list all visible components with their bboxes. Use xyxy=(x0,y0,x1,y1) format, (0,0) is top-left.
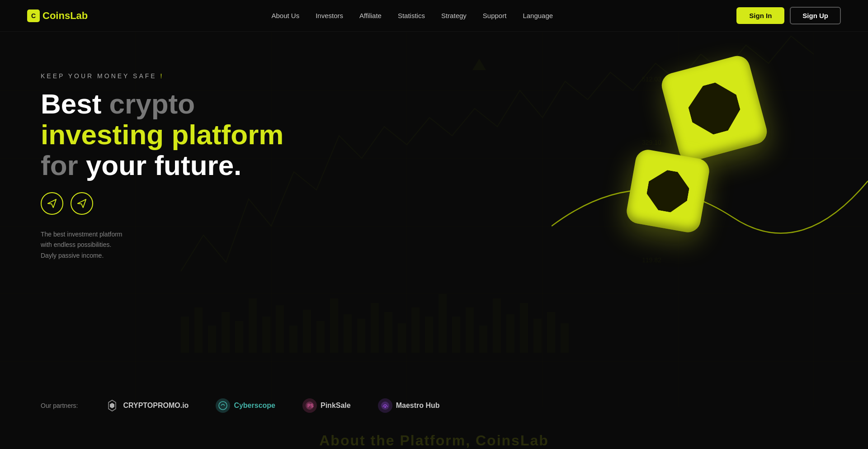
nav-strategy[interactable]: Strategy xyxy=(441,12,467,19)
svg-marker-46 xyxy=(110,403,114,408)
send-icon-primary[interactable] xyxy=(41,192,63,215)
svg-rect-12 xyxy=(194,307,203,353)
nav-statistics[interactable]: Statistics xyxy=(398,12,425,19)
title-your: your xyxy=(86,150,155,181)
hero-desc-line3: Dayly passive income. xyxy=(41,250,158,261)
svg-rect-31 xyxy=(452,317,460,353)
svg-rect-27 xyxy=(398,323,406,353)
title-best: Best xyxy=(41,88,109,119)
title-crypto: crypto xyxy=(109,88,195,119)
svg-rect-17 xyxy=(262,317,270,353)
pinksale-name: PinkSale xyxy=(321,402,351,410)
svg-rect-33 xyxy=(479,326,487,353)
telegram-send-icon xyxy=(47,199,57,208)
svg-text:119.82: 119.82 xyxy=(642,256,661,264)
hero-section: 512.03 329.10 225.74 119.82 KEEP YOUR MO… xyxy=(0,0,868,449)
svg-text:PS: PS xyxy=(307,403,314,408)
navbar: C CoinsLab About Us Investors Affiliate … xyxy=(0,0,868,32)
nav-buttons: Sign In Sign Up xyxy=(736,7,841,24)
partner-cryptopromo: CRYPTOPROMO.io xyxy=(105,398,189,413)
curve-line-decoration xyxy=(552,136,868,271)
hero-desc-line2: with endless possibilities. xyxy=(41,240,158,250)
svg-point-50 xyxy=(381,402,389,410)
logo-text: CoinsLab xyxy=(42,10,88,22)
svg-rect-32 xyxy=(466,307,474,353)
nav-affiliate[interactable]: Affiliate xyxy=(359,12,382,19)
cyberscope-icon xyxy=(216,398,230,413)
partner-maestro: Maestro Hub xyxy=(378,398,440,413)
maestro-icon xyxy=(378,398,392,413)
nav-links: About Us Investors Affiliate Statistics … xyxy=(271,12,553,20)
nav-investors[interactable]: Investors xyxy=(316,12,343,19)
svg-rect-39 xyxy=(561,323,569,353)
svg-rect-14 xyxy=(222,312,230,353)
svg-rect-22 xyxy=(330,298,338,353)
coins-visual xyxy=(570,54,787,289)
cryptopromo-icon xyxy=(105,398,119,413)
svg-rect-21 xyxy=(316,321,325,353)
svg-rect-25 xyxy=(371,303,379,353)
svg-rect-23 xyxy=(344,314,352,353)
cryptopromo-name: CRYPTOPROMO.io xyxy=(123,402,189,410)
pinksale-icon: PS xyxy=(302,398,317,413)
svg-text:225.74: 225.74 xyxy=(642,198,661,205)
svg-marker-44 xyxy=(472,59,486,70)
svg-rect-18 xyxy=(276,305,284,353)
nav-support[interactable]: Support xyxy=(483,12,507,19)
logo-icon: C xyxy=(27,9,40,22)
signup-button[interactable]: Sign Up xyxy=(790,7,841,24)
hero-description: The best investment platform with endles… xyxy=(41,229,158,261)
svg-rect-36 xyxy=(520,303,528,353)
coin-large xyxy=(669,63,760,154)
svg-rect-16 xyxy=(249,298,257,353)
svg-rect-29 xyxy=(425,317,433,353)
nav-language[interactable]: Language xyxy=(523,12,553,19)
partners-bar: Our partners: CRYPTOPROMO.io Cyberscope xyxy=(0,398,868,413)
send-icon-secondary[interactable] xyxy=(71,192,93,215)
svg-rect-38 xyxy=(547,312,555,353)
svg-rect-26 xyxy=(384,312,392,353)
svg-rect-24 xyxy=(357,319,365,353)
hero-desc-line1: The best investment platform xyxy=(41,229,158,240)
svg-point-51 xyxy=(384,406,386,408)
coin-small xyxy=(631,154,705,228)
about-section-hint: About the Platform, CoinsLab xyxy=(319,432,549,449)
title-for: for xyxy=(41,150,86,181)
partner-cyberscope: Cyberscope xyxy=(216,398,275,413)
title-future: future. xyxy=(154,150,241,181)
keep-safe-text: KEEP YOUR MONEY SAFE ! xyxy=(41,72,294,80)
partner-pinksale: PS PinkSale xyxy=(302,398,351,413)
hero-content: KEEP YOUR MONEY SAFE ! Best crypto inves… xyxy=(0,32,294,261)
svg-rect-20 xyxy=(303,310,311,353)
svg-rect-28 xyxy=(411,307,420,353)
svg-text:329.10: 329.10 xyxy=(642,139,661,146)
svg-rect-30 xyxy=(439,294,447,353)
svg-rect-37 xyxy=(533,319,542,353)
svg-rect-35 xyxy=(506,314,514,353)
partners-label: Our partners: xyxy=(41,402,78,409)
svg-rect-13 xyxy=(208,326,216,353)
svg-point-47 xyxy=(219,402,227,410)
hero-action-icons xyxy=(41,192,294,215)
maestro-name: Maestro Hub xyxy=(396,402,440,410)
signin-button[interactable]: Sign In xyxy=(736,7,784,24)
logo[interactable]: C CoinsLab xyxy=(27,9,88,22)
nav-about-us[interactable]: About Us xyxy=(271,12,299,19)
cyberscope-name: Cyberscope xyxy=(234,402,275,410)
svg-text:512.03: 512.03 xyxy=(642,76,661,83)
svg-rect-34 xyxy=(493,298,501,353)
hero-title: Best crypto investing platform for your … xyxy=(41,89,294,181)
svg-rect-11 xyxy=(181,317,189,353)
title-investing-platform: investing platform xyxy=(41,119,283,150)
telegram-send-icon-2 xyxy=(77,199,87,208)
svg-rect-15 xyxy=(235,321,243,353)
svg-rect-19 xyxy=(289,326,297,353)
